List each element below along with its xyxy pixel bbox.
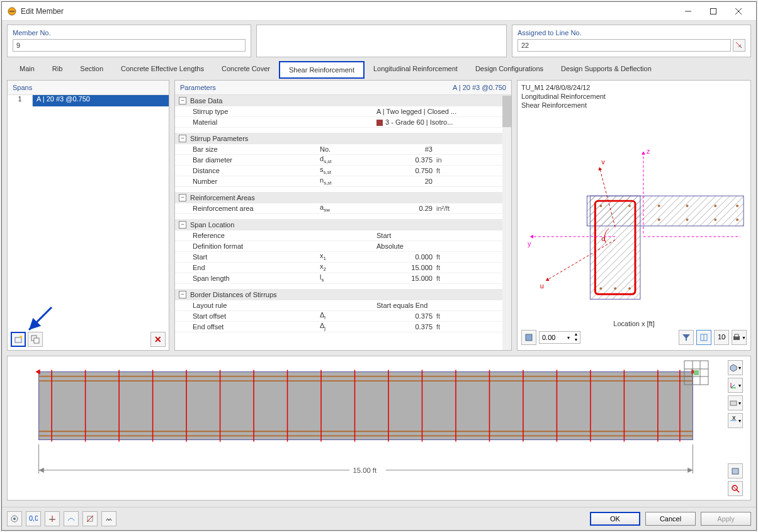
minimize-button[interactable] — [676, 3, 701, 20]
view-isometric-button[interactable]: ▼ — [728, 360, 743, 375]
show-dimensions-button[interactable]: 100 — [714, 330, 729, 345]
axis-u-label: u — [540, 282, 544, 290]
collapse-icon[interactable]: − — [179, 291, 186, 298]
svg-point-14 — [599, 205, 602, 207]
show-values-button[interactable] — [696, 330, 711, 345]
cancel-button[interactable]: Cancel — [645, 512, 696, 526]
param-value[interactable]: 0.000 — [376, 253, 436, 261]
tab-bar: Main Rib Section Concrete Effective Leng… — [7, 59, 751, 79]
view-display-button[interactable]: ▼ — [728, 395, 743, 410]
location-step-down[interactable]: ▼ — [572, 337, 580, 343]
delete-span-button[interactable]: ✕ — [150, 332, 166, 347]
tab-concrete-effective-lengths[interactable]: Concrete Effective Lengths — [112, 61, 213, 79]
spans-list: 1 A | 20 #3 @0.750 — [8, 95, 169, 329]
member-no-input[interactable] — [13, 39, 246, 52]
param-label: Layout rule — [175, 302, 320, 309]
preview-settings-button[interactable] — [521, 330, 536, 345]
group-base-data[interactable]: −Base Data — [175, 95, 511, 106]
view-member-axis-button[interactable]: x▼ — [728, 413, 743, 428]
maximize-button[interactable] — [701, 3, 726, 20]
param-value[interactable]: 15.000 — [376, 264, 436, 271]
filter-button[interactable] — [679, 330, 694, 345]
param-symbol: x2 — [320, 263, 376, 272]
units-button[interactable]: 0,00 — [26, 511, 41, 526]
param-symbol: ls — [320, 273, 376, 283]
help-button[interactable] — [7, 511, 22, 526]
svg-rect-9 — [34, 338, 39, 343]
param-unit: in²/ft — [436, 205, 471, 212]
param-value[interactable]: A | Two legged | Closed ... — [376, 108, 474, 115]
location-step-up[interactable]: ▲ — [572, 332, 580, 337]
tab-main[interactable]: Main — [11, 61, 43, 79]
parameters-scrollbar[interactable] — [502, 96, 511, 350]
print-button[interactable]: ▼ — [732, 330, 747, 345]
material-color-icon — [376, 120, 383, 126]
tab-section[interactable]: Section — [71, 61, 112, 79]
svg-point-15 — [628, 205, 631, 207]
param-value[interactable]: 3 - Grade 60 | Isotro... — [376, 118, 474, 126]
section-grid-icon[interactable] — [682, 359, 713, 389]
tool-c-button[interactable] — [82, 511, 98, 526]
param-unit: ft — [436, 264, 471, 271]
svg-text:100: 100 — [718, 333, 726, 341]
param-value[interactable]: 15.000 — [376, 274, 436, 282]
reset-view-button[interactable] — [728, 481, 743, 496]
tool-a-button[interactable] — [45, 511, 60, 526]
pick-line-button[interactable] — [733, 39, 745, 52]
param-unit: ft — [436, 253, 471, 261]
param-value[interactable]: 0.375 — [376, 312, 436, 320]
location-spinner[interactable]: ▾ ▲▼ — [539, 331, 580, 344]
tool-d-button[interactable] — [101, 511, 116, 526]
param-value[interactable]: Start — [376, 232, 474, 239]
view-axes-button[interactable]: ▼ — [728, 378, 743, 393]
group-stirrup-parameters[interactable]: −Stirrup Parameters — [175, 133, 511, 144]
group-reinforcement-areas[interactable]: −Reinforcement Areas — [175, 192, 511, 203]
location-input[interactable] — [540, 332, 565, 343]
longitudinal-view-drawing[interactable]: 15.00 ft — [11, 360, 720, 496]
param-unit: ft — [436, 167, 471, 174]
param-symbol: asw — [320, 203, 376, 213]
tool-b-button[interactable] — [64, 511, 79, 526]
assigned-line-input[interactable] — [518, 39, 731, 52]
param-symbol: Δj — [320, 322, 376, 331]
param-value[interactable]: 0.29 — [376, 205, 436, 212]
collapse-icon[interactable]: − — [179, 221, 186, 229]
param-symbol: x1 — [320, 252, 376, 261]
view-cfg-button[interactable] — [728, 463, 743, 478]
svg-point-25 — [614, 287, 616, 290]
preview-text-3: Shear Reinforcement — [521, 101, 747, 110]
collapse-icon[interactable]: − — [179, 97, 186, 105]
ok-button[interactable]: OK — [590, 512, 640, 526]
param-unit: in — [436, 156, 471, 164]
param-label: Definition format — [175, 242, 320, 250]
param-value[interactable]: Absolute — [376, 242, 474, 250]
svg-point-23 — [736, 218, 738, 221]
tab-design-configurations[interactable]: Design Configurations — [467, 61, 552, 79]
tab-design-supports-deflection[interactable]: Design Supports & Deflection — [552, 61, 660, 79]
tab-rib[interactable]: Rib — [43, 61, 72, 79]
edit-member-dialog: Edit Member Member No. Assigned to Line … — [1, 1, 757, 531]
svg-point-21 — [686, 218, 689, 221]
param-value[interactable]: 0.375 — [376, 323, 436, 331]
close-button[interactable] — [726, 3, 751, 20]
param-symbol: ns,st — [320, 176, 376, 186]
span-row[interactable]: 1 A | 20 #3 @0.750 — [8, 95, 169, 106]
apply-button[interactable]: Apply — [701, 512, 751, 526]
section-preview-panel: TU_M1 24/8/0/8/24/12 Longitudinal Reinfo… — [517, 80, 751, 351]
param-value[interactable]: 0.375 — [376, 156, 436, 164]
collapse-icon[interactable]: − — [179, 135, 186, 142]
group-span-location[interactable]: −Span Location — [175, 219, 511, 230]
tab-shear-reinforcement[interactable]: Shear Reinforcement — [279, 61, 365, 79]
section-preview-drawing[interactable]: z y v u α — [521, 110, 747, 320]
param-value[interactable]: #3 — [376, 145, 436, 153]
param-value[interactable]: 0.750 — [376, 167, 436, 174]
param-value[interactable]: Start equals End — [376, 302, 474, 309]
location-dropdown[interactable]: ▾ — [565, 335, 572, 341]
collapse-icon[interactable]: − — [179, 194, 186, 201]
tab-concrete-cover[interactable]: Concrete Cover — [213, 61, 279, 79]
param-unit: ft — [436, 323, 471, 331]
tab-longitudinal-reinforcement[interactable]: Longitudinal Reinforcement — [365, 61, 467, 79]
group-border-distances[interactable]: −Border Distances of Stirrups — [175, 289, 511, 300]
param-value[interactable]: 20 — [376, 178, 436, 185]
member-no-label: Member No. — [13, 29, 246, 37]
